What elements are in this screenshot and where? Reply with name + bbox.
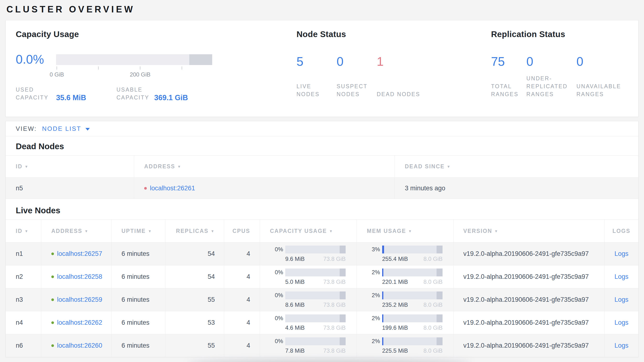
column-header-id[interactable]: ID▼ — [6, 156, 134, 177]
mem-usage-used-value: 220.1 MiB — [382, 279, 408, 285]
node-address-link[interactable]: localhost:26261 — [150, 185, 195, 192]
mem-usage-total-value: 8.0 GiB — [424, 347, 442, 354]
stat-live-nodes: 5LIVE NODES — [296, 55, 336, 98]
cell-version: v19.2.0-alpha.20190606-2491-gfe735c9a97 — [454, 242, 604, 265]
column-header-label: ID — [16, 163, 22, 170]
mem-usage-bar-track — [382, 246, 442, 253]
capacity-usage-bar-track — [285, 269, 346, 276]
capacity-usage-total-value: 73.8 GiB — [324, 279, 346, 285]
cell-node-id: n1 — [6, 242, 41, 265]
cell-node-id: n4 — [6, 311, 41, 334]
replication-status-section: Replication Status 75TOTAL RANGES0UNDER-… — [481, 20, 638, 117]
mem-usage-chart: 2%199.6 MiB8.0 GiB — [367, 314, 442, 331]
capacity-usage-bar-other-segment — [340, 246, 346, 253]
live-nodes-table-header: ID▼ADDRESS▼UPTIME▼REPLICAS▼CPUSCAPACITY … — [6, 220, 638, 242]
capacity-usage-used-value: 7.8 MiB — [285, 347, 304, 354]
column-header-address[interactable]: ADDRESS▼ — [134, 156, 395, 177]
capacity-usage-chart: 0%8.6 MiB73.8 GiB — [270, 291, 346, 308]
mem-usage-chart: 3%255.4 MiB8.0 GiB — [367, 246, 442, 262]
column-header-label: DEAD SINCE — [405, 163, 445, 170]
stat-suspect-nodes: 0SUSPECT NODES — [336, 55, 377, 98]
mem-usage-percent: 2% — [367, 315, 382, 322]
column-header-mem-usage[interactable]: MEM USAGE▼ — [357, 220, 454, 242]
cell-uptime: 6 minutes — [112, 288, 166, 311]
mem-usage-used-value: 199.6 MiB — [382, 324, 408, 331]
logs-link[interactable]: Logs — [614, 250, 628, 258]
stat-value: 0 — [576, 55, 638, 68]
sort-caret-icon: ▼ — [148, 229, 152, 233]
capacity-usage-chart: 0%5.0 MiB73.8 GiB — [270, 269, 346, 285]
usable-capacity-label: USABLE CAPACITY — [116, 86, 154, 102]
capacity-usage-used-value: 4.6 MiB — [285, 324, 304, 331]
dead-nodes-table-body: n5localhost:262613 minutes ago — [6, 177, 638, 199]
cell-version: v19.2.0-alpha.20190606-2491-gfe735c9a97 — [454, 334, 604, 357]
cell-mem-usage: 2%199.6 MiB8.0 GiB — [357, 311, 454, 334]
axis-tick-label: 200 GiB — [130, 71, 150, 78]
column-header-version[interactable]: VERSION▼ — [454, 220, 604, 242]
node-status-title: Node Status — [296, 29, 481, 40]
capacity-usage-bar-other-segment — [340, 314, 346, 322]
column-header-label: REPLICAS — [176, 228, 208, 234]
logs-link[interactable]: Logs — [614, 296, 628, 303]
live-status-icon — [51, 275, 54, 278]
column-header-capacity-usage[interactable]: CAPACITY USAGE▼ — [260, 220, 357, 242]
mem-usage-bar-fill — [382, 246, 384, 253]
logs-link[interactable]: Logs — [614, 342, 628, 349]
logs-link[interactable]: Logs — [614, 319, 628, 326]
capacity-usage-chart: 0%7.8 MiB73.8 GiB — [270, 337, 346, 354]
mem-usage-chart: 2%235.2 MiB8.0 GiB — [367, 291, 442, 308]
column-header-label: LOGS — [612, 228, 630, 234]
mem-usage-chart: 2%220.1 MiB8.0 GiB — [367, 269, 442, 285]
mem-usage-bar-other-segment — [436, 337, 442, 345]
capacity-usage-used-value: 8.6 MiB — [285, 301, 304, 308]
cell-logs: Logs — [604, 334, 638, 357]
cell-logs: Logs — [604, 311, 638, 334]
capacity-usage-percent: 0% — [270, 246, 285, 253]
capacity-bar-other-segment — [189, 54, 212, 65]
mem-usage-bar-track — [382, 337, 442, 345]
cell-capacity-usage: 0%8.6 MiB73.8 GiB — [260, 288, 357, 311]
node-address-link[interactable]: localhost:26262 — [57, 319, 102, 326]
table-row: n4localhost:262626 minutes5340%4.6 MiB73… — [6, 311, 638, 334]
logs-link[interactable]: Logs — [614, 273, 628, 280]
column-header-uptime[interactable]: UPTIME▼ — [112, 220, 166, 242]
cell-mem-usage: 2%220.1 MiB8.0 GiB — [357, 265, 454, 288]
node-address-link[interactable]: localhost:26259 — [57, 296, 102, 303]
capacity-usage-title: Capacity Usage — [16, 29, 286, 40]
mem-usage-used-value: 235.2 MiB — [382, 301, 408, 308]
mem-usage-bar-other-segment — [436, 291, 442, 299]
column-header-id[interactable]: ID▼ — [6, 220, 41, 242]
mem-usage-bar-fill — [382, 314, 383, 322]
capacity-usage-used-value: 9.6 MiB — [285, 256, 304, 262]
cell-cpus: 4 — [224, 242, 260, 265]
cell-logs: Logs — [604, 242, 638, 265]
node-address-link[interactable]: localhost:26260 — [57, 342, 102, 349]
node-address-link[interactable]: localhost:26258 — [57, 273, 102, 280]
mem-usage-percent: 3% — [367, 246, 382, 253]
cell-dead-since: 3 minutes ago — [395, 178, 638, 199]
mem-usage-total-value: 8.0 GiB — [424, 324, 442, 331]
node-address-link[interactable]: localhost:26257 — [57, 250, 102, 258]
axis-tick-label: 0 GiB — [50, 71, 64, 78]
column-header-replicas[interactable]: REPLICAS▼ — [166, 220, 224, 242]
stat-label: SUSPECT NODES — [336, 74, 377, 98]
column-header-label: MEM USAGE — [367, 228, 406, 234]
mem-usage-bar-track — [382, 291, 442, 299]
cell-node-id: n6 — [6, 334, 41, 357]
column-header-address[interactable]: ADDRESS▼ — [41, 220, 112, 242]
view-selector-dropdown[interactable]: VIEW: NODE LIST — [6, 121, 638, 136]
stat-unavailable-ranges: 0UNAVAILABLE RANGES — [576, 55, 638, 98]
column-header-label: ADDRESS — [51, 228, 82, 234]
axis-tick — [140, 67, 140, 70]
sort-caret-icon: ▼ — [494, 229, 498, 233]
mem-usage-total-value: 8.0 GiB — [424, 279, 442, 285]
column-header-logs: LOGS — [604, 220, 638, 242]
mem-usage-used-value: 255.4 MiB — [382, 256, 408, 262]
mem-usage-used-value: 225.5 MiB — [382, 347, 408, 354]
view-label: VIEW: — [16, 125, 37, 132]
cell-capacity-usage: 0%5.0 MiB73.8 GiB — [260, 265, 357, 288]
stat-value: 0 — [336, 55, 377, 68]
capacity-usage-percent: 0% — [270, 269, 285, 276]
column-header-label: UPTIME — [122, 228, 146, 234]
column-header-dead-since[interactable]: DEAD SINCE▼ — [395, 156, 638, 177]
